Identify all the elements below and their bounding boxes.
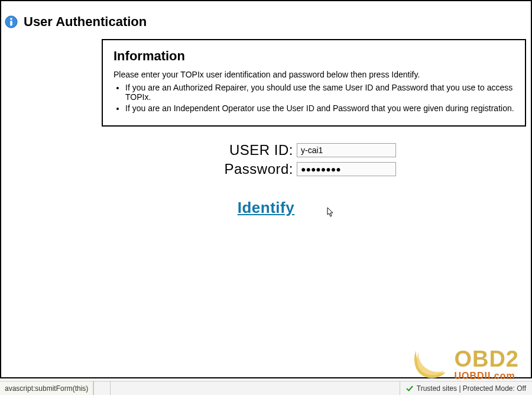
watermark-text: OBD2 UOBDII.com xyxy=(454,348,519,381)
svg-point-1 xyxy=(10,18,12,20)
info-icon xyxy=(5,15,18,28)
watermark-line2: UOBDII.com xyxy=(454,371,519,381)
information-panel: Information Please enter your TOPIx user… xyxy=(102,39,526,127)
page-title: User Authentication xyxy=(24,14,147,30)
watermark: OBD2 UOBDII.com xyxy=(413,348,519,381)
identify-area: Identify xyxy=(1,199,531,217)
swoosh-icon xyxy=(413,348,450,380)
password-input[interactable] xyxy=(297,162,396,176)
watermark-line1: OBD2 xyxy=(454,348,519,370)
user-id-label: USER ID: xyxy=(1,142,297,158)
password-row: Password: xyxy=(1,161,531,177)
bullet-1: If you are an Authorized Repairer, you s… xyxy=(125,83,514,102)
identify-link[interactable]: Identify xyxy=(238,199,294,216)
status-bar: avascript:submitForm(this) Trusted sites… xyxy=(0,381,532,395)
svg-rect-2 xyxy=(10,21,12,25)
cursor-icon xyxy=(325,207,335,219)
password-label: Password: xyxy=(1,161,297,177)
panel-bullets: If you are an Authorized Repairer, you s… xyxy=(125,83,514,113)
user-id-input[interactable] xyxy=(297,143,396,157)
status-seg-1 xyxy=(93,381,110,395)
status-seg-2 xyxy=(110,381,126,395)
status-right: Trusted sites | Protected Mode: Off xyxy=(400,381,532,395)
panel-title: Information xyxy=(113,48,514,64)
check-icon xyxy=(406,385,413,392)
user-id-row: USER ID: xyxy=(1,142,531,158)
header-row: User Authentication xyxy=(1,1,531,30)
status-right-text: Trusted sites | Protected Mode: Off xyxy=(417,384,526,393)
panel-lead: Please enter your TOPIx user identificat… xyxy=(113,70,514,79)
status-left: avascript:submitForm(this) xyxy=(0,381,93,395)
main-frame: User Authentication Information Please e… xyxy=(0,0,532,378)
login-form: USER ID: Password: xyxy=(1,142,531,177)
bullet-2: If you are an Independent Operator use t… xyxy=(125,103,514,113)
